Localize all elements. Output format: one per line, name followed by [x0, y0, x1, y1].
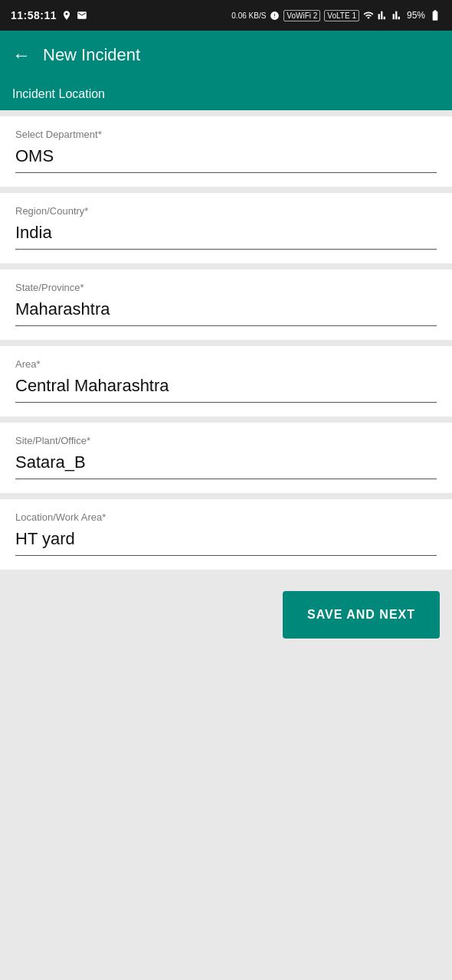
status-time: 11:58:11 — [11, 9, 57, 21]
state-label: State/Province* — [15, 282, 437, 293]
form-area: Select Department* OMS Region/Country* I… — [0, 110, 452, 576]
site-card: Site/Plant/Office* Satara_B — [0, 423, 452, 493]
area-value[interactable]: Central Maharashtra — [15, 376, 437, 403]
location-value[interactable]: HT yard — [15, 529, 437, 556]
battery-icon — [429, 9, 441, 21]
signal-bars-icon — [378, 10, 388, 21]
alarm-icon — [270, 11, 280, 21]
region-value[interactable]: India — [15, 223, 437, 250]
region-label: Region/Country* — [15, 205, 437, 217]
location-label: Location/Work Area* — [15, 511, 437, 523]
save-and-next-button[interactable]: SAVE AND NEXT — [283, 591, 440, 639]
page-title: New Incident — [43, 45, 140, 65]
wifi-signal-icon — [363, 10, 374, 21]
wifi-label: VoWiFi 2 — [283, 10, 320, 21]
back-button[interactable]: ← — [12, 46, 31, 64]
department-card: Select Department* OMS — [0, 116, 452, 187]
location-icon — [61, 10, 72, 21]
department-value[interactable]: OMS — [15, 146, 437, 173]
signal-bars-2-icon — [392, 10, 403, 21]
app-header: ← New Incident — [0, 31, 452, 80]
state-value[interactable]: Maharashtra — [15, 299, 437, 326]
bottom-action-area: SAVE AND NEXT — [0, 576, 452, 669]
region-card: Region/Country* India — [0, 193, 452, 263]
site-label: Site/Plant/Office* — [15, 435, 437, 446]
status-bar-left: 11:58:11 — [11, 9, 87, 21]
mail-icon — [77, 10, 87, 21]
area-label: Area* — [15, 358, 437, 370]
network-speed: 0.06 KB/S — [231, 11, 266, 20]
section-header: Incident Location — [0, 80, 452, 110]
department-label: Select Department* — [15, 129, 437, 140]
status-bar: 11:58:11 0.06 KB/S VoWiFi 2 VoLTE 1 95% — [0, 0, 452, 31]
area-card: Area* Central Maharashtra — [0, 346, 452, 416]
volte-label: VoLTE 1 — [324, 10, 359, 21]
location-card: Location/Work Area* HT yard — [0, 499, 452, 570]
battery-percent: 95% — [407, 10, 425, 21]
section-title: Incident Location — [12, 87, 105, 100]
state-card: State/Province* Maharashtra — [0, 270, 452, 340]
status-bar-right: 0.06 KB/S VoWiFi 2 VoLTE 1 95% — [231, 9, 441, 21]
site-value[interactable]: Satara_B — [15, 452, 437, 479]
